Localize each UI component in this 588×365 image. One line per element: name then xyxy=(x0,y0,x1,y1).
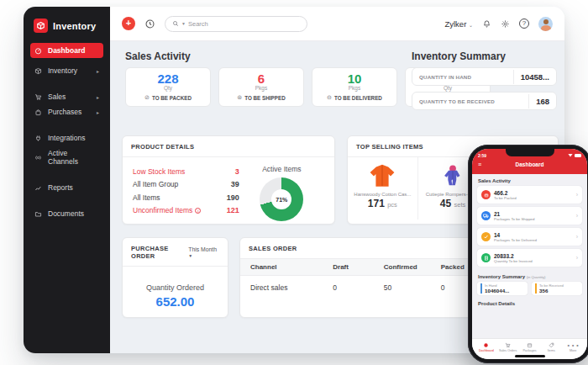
row-label: QUANTITY TO BE RECEIVED xyxy=(412,98,528,104)
tag-icon xyxy=(540,341,562,348)
item-unit: sets xyxy=(454,201,465,209)
phone-tab-dashboard[interactable]: Dashboard xyxy=(475,341,497,359)
gauge-icon xyxy=(34,47,42,55)
sidebar-item-label: Sales xyxy=(48,93,66,101)
phone-clock: 2:59 xyxy=(478,153,486,158)
quantity-in-hand-row[interactable]: QUANTITY IN HAND 10458... xyxy=(412,67,557,86)
sidebar-item-integrations[interactable]: Integrations xyxy=(30,130,103,145)
top-selling-item[interactable]: Hanswoody Cotton Cas... 171 pcs xyxy=(348,157,418,220)
period-dropdown[interactable]: This Month ▼ xyxy=(188,246,219,258)
unconfirmed-items-row[interactable]: Unconfirmed Itemsi 121 xyxy=(133,204,239,218)
ellipsis-icon: ⋯ xyxy=(562,341,584,348)
help-icon[interactable]: ? xyxy=(519,19,529,29)
search-icon xyxy=(172,20,179,27)
active-items-donut: 71% xyxy=(260,177,303,221)
phone-in-hand-box[interactable]: In Hand 1046044... xyxy=(477,282,528,295)
panel-title: PRODUCT DETAILS xyxy=(131,143,194,151)
to-be-delivered-card[interactable]: 10 Pkgs ⊖TO BE DELIVERED xyxy=(312,67,397,107)
org-switcher[interactable]: Zylker ⌄ xyxy=(444,19,473,29)
search-scope-caret-icon: ▼ xyxy=(181,21,186,26)
sidebar-item-inventory[interactable]: Inventory ▸ xyxy=(30,63,103,78)
row-value: 10458... xyxy=(513,70,556,84)
quantity-ordered-label: Quantity Ordered xyxy=(123,283,228,292)
wifi-icon xyxy=(568,154,573,157)
chevron-right-icon: › xyxy=(576,213,578,219)
chevron-down-icon: ⌄ xyxy=(469,23,473,28)
phone-to-be-delivered-card[interactable]: 14Packages To be Delivered › xyxy=(477,228,582,246)
recent-history-icon[interactable] xyxy=(144,19,155,29)
info-icon[interactable]: i xyxy=(195,208,201,214)
inventory-summary-title: Inventory Summary xyxy=(412,50,506,62)
sidebar-item-label: Integrations xyxy=(48,134,85,142)
card-value: 6 xyxy=(219,71,303,86)
col-draft: Draft xyxy=(323,259,373,276)
row-value: 168 xyxy=(528,94,556,108)
check-icon xyxy=(481,232,491,241)
phone-tab-more[interactable]: ⋯ More xyxy=(562,341,584,359)
inventory-summary: QUANTITY IN HAND 10458... QUANTITY TO BE… xyxy=(412,67,557,116)
all-items-row[interactable]: All Items 190 xyxy=(133,191,239,204)
sidebar-item-label: Dashboard xyxy=(48,46,85,55)
quantity-to-be-received-row[interactable]: QUANTITY TO BE RECEIVED 168 xyxy=(412,92,557,110)
sidebar-item-label: Reports xyxy=(48,183,73,192)
search-input[interactable] xyxy=(188,20,300,28)
search-box[interactable]: ▼ xyxy=(165,16,307,32)
submenu-arrow-icon: ▸ xyxy=(97,109,99,115)
all-item-group-row[interactable]: All Item Group 39 xyxy=(133,178,239,192)
topbar: + ▼ Zylker ⌄ ? xyxy=(110,7,564,41)
mobile-phone-mockup: 2:59 ≡ Dashboard Sales Activity 466.2To … xyxy=(468,145,588,363)
settings-gear-icon[interactable] xyxy=(501,19,510,29)
phone-home-indicator[interactable] xyxy=(515,355,545,357)
phone-to-be-received-box[interactable]: To be Received 356 xyxy=(532,282,582,295)
to-be-shipped-card[interactable]: 6 Pkgs ⊛TO BE SHIPPED xyxy=(218,67,304,107)
item-unit: pcs xyxy=(387,201,397,209)
low-stock-items-row[interactable]: Low Stock Items 3 xyxy=(133,165,239,178)
product-image-cardigan xyxy=(348,161,417,190)
donut-percent: 71% xyxy=(276,197,287,203)
card-unit: Pkgs xyxy=(312,85,396,91)
purchase-order-panel: PURCHASE ORDER This Month ▼ Quantity Ord… xyxy=(122,237,228,318)
item-name: Hanswoody Cotton Cas... xyxy=(348,192,417,197)
product-details-panel: PRODUCT DETAILS Low Stock Items 3 All It… xyxy=(122,135,335,225)
package-icon xyxy=(519,341,541,348)
sidebar-item-documents[interactable]: Documents xyxy=(30,206,103,221)
submenu-arrow-icon: ▸ xyxy=(97,68,99,74)
panel-title: SALES ORDER xyxy=(249,245,297,252)
packed-status-icon: ⊘ xyxy=(144,94,150,101)
item-qty: 45 xyxy=(440,198,451,209)
cart-icon xyxy=(497,341,519,348)
sidebar-item-label: Active Channels xyxy=(48,149,99,166)
quick-create-button[interactable]: + xyxy=(122,17,135,30)
phone-to-be-invoiced-card[interactable]: 20833.2Quantity To be Invoiced › xyxy=(477,249,582,267)
broadcast-icon xyxy=(34,154,42,161)
phone-nav-title: Dashboard xyxy=(478,161,581,167)
sidebar-item-dashboard[interactable]: Dashboard xyxy=(30,43,103,58)
app-title: Inventory xyxy=(53,21,96,31)
card-value: 228 xyxy=(126,71,210,86)
chevron-down-icon: ▼ xyxy=(188,253,192,258)
card-unit: Qty xyxy=(126,85,210,91)
user-avatar[interactable] xyxy=(538,17,553,31)
sidebar: Inventory Dashboard Inventory ▸ Sales ▸ … xyxy=(24,7,110,353)
chevron-right-icon: › xyxy=(576,192,578,198)
col-channel: Channel xyxy=(240,259,323,276)
item-qty: 171 xyxy=(368,198,385,209)
col-confirmed: Confirmed xyxy=(374,259,431,276)
notifications-bell-icon[interactable] xyxy=(482,19,491,29)
to-be-packed-card[interactable]: 228 Qty ⊘TO BE PACKED xyxy=(125,67,211,107)
shipped-status-icon: ⊛ xyxy=(237,94,242,101)
folder-icon xyxy=(34,210,42,218)
app-logo[interactable]: Inventory xyxy=(24,7,110,43)
phone-inventory-summary-title: Inventory Summary (in Quantity) xyxy=(478,274,581,279)
chevron-right-icon: › xyxy=(576,255,578,261)
phone-sales-activity-title: Sales Activity xyxy=(478,178,581,183)
sidebar-item-active-channels[interactable]: Active Channels xyxy=(30,145,103,169)
sidebar-item-reports[interactable]: Reports xyxy=(30,180,103,195)
phone-to-be-packed-card[interactable]: 466.2To be Packed › xyxy=(477,186,582,204)
phone-to-be-shipped-card[interactable]: 21Packages To be Shipped › xyxy=(477,207,582,225)
inventory-logo-icon xyxy=(34,19,48,33)
cart-icon xyxy=(34,93,42,101)
sidebar-item-sales[interactable]: Sales ▸ xyxy=(30,89,103,104)
card-label: TO BE DELIVERED xyxy=(334,95,382,101)
sidebar-item-purchases[interactable]: Purchases ▸ xyxy=(30,104,103,119)
